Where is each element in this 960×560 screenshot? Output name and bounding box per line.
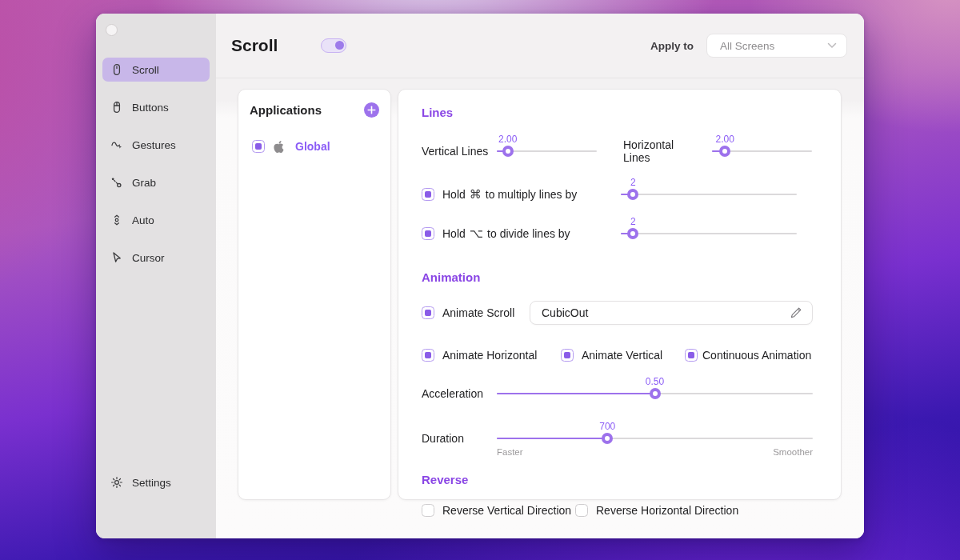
animate-horizontal-checkbox[interactable] xyxy=(422,349,434,362)
pencil-icon xyxy=(790,306,802,319)
sidebar-item-gestures[interactable]: Gestures xyxy=(102,133,210,157)
apply-to-select[interactable]: All Screens xyxy=(706,34,847,58)
continuous-animation-label: Continuous Animation xyxy=(702,349,811,362)
animate-vertical-option[interactable]: Animate Vertical xyxy=(561,349,685,362)
reverse-horizontal-checkbox[interactable] xyxy=(575,504,588,517)
cursor-arrow-icon xyxy=(110,251,123,264)
multiply-lines-slider[interactable]: 2 xyxy=(621,189,797,200)
reverse-horizontal-option[interactable]: Reverse Horizontal Direction xyxy=(575,504,738,517)
sidebar-item-label: Buttons xyxy=(132,102,169,114)
mouse-scroll-icon xyxy=(110,63,123,76)
slider-value: 2 xyxy=(630,216,636,227)
acceleration-label: Acceleration xyxy=(422,387,497,400)
slider-thumb[interactable] xyxy=(602,433,613,444)
apply-to-value: All Screens xyxy=(720,40,774,52)
lines-section-title: Lines xyxy=(422,106,813,119)
duration-label: Duration xyxy=(422,432,497,445)
slider-value: 0.50 xyxy=(646,376,664,387)
toggle-knob xyxy=(335,41,344,50)
applications-panel: Applications Global xyxy=(238,89,391,500)
sidebar-item-settings[interactable]: Settings xyxy=(102,470,210,494)
sidebar-item-buttons[interactable]: Buttons xyxy=(102,95,210,119)
plus-icon xyxy=(367,106,376,114)
application-list-item[interactable]: Global xyxy=(250,140,379,153)
reverse-vertical-label: Reverse Vertical Direction xyxy=(442,504,571,517)
animate-horizontal-label: Animate Horizontal xyxy=(442,349,537,362)
gear-icon xyxy=(110,476,123,489)
easing-function-field[interactable]: CubicOut xyxy=(530,301,813,325)
continuous-animation-option[interactable]: Continuous Animation xyxy=(685,349,811,362)
application-name: Global xyxy=(295,140,330,153)
sidebar-item-auto[interactable]: Auto xyxy=(102,208,210,232)
animate-horizontal-option[interactable]: Animate Horizontal xyxy=(422,349,561,362)
application-checkbox[interactable] xyxy=(252,140,265,153)
horizontal-lines-label: Horizontal Lines xyxy=(623,138,695,164)
acceleration-slider[interactable]: 0.50 xyxy=(497,388,813,399)
multiply-lines-checkbox[interactable] xyxy=(422,188,434,201)
main-area: Scroll Apply to All Screens Applications xyxy=(216,14,864,538)
sidebar: Scroll Buttons Gestures xyxy=(96,14,216,538)
animation-section-title: Animation xyxy=(422,270,813,284)
gesture-squiggle-icon xyxy=(110,138,123,151)
apple-logo-icon xyxy=(273,141,285,153)
reverse-vertical-option[interactable]: Reverse Vertical Direction xyxy=(422,504,575,517)
multiply-lines-label: Hold⌘to multiply lines by xyxy=(442,187,577,202)
reverse-vertical-checkbox[interactable] xyxy=(422,504,434,517)
slider-value: 700 xyxy=(599,421,615,432)
sidebar-item-label: Auto xyxy=(132,214,154,226)
animate-vertical-label: Animate Vertical xyxy=(582,349,662,362)
animate-scroll-checkbox[interactable] xyxy=(422,306,434,319)
chevron-down-icon xyxy=(827,42,837,49)
sidebar-item-label: Settings xyxy=(132,477,171,489)
sidebar-item-label: Cursor xyxy=(132,252,165,264)
slider-thumb[interactable] xyxy=(627,189,638,200)
scroll-settings-panel: Lines Vertical Lines 2.00 Horizontal Lin… xyxy=(398,89,842,500)
applications-title: Applications xyxy=(250,103,322,117)
duration-smoother-hint: Smoother xyxy=(773,447,813,457)
vertical-lines-label: Vertical Lines xyxy=(422,145,497,158)
scroll-enabled-toggle[interactable] xyxy=(321,38,346,53)
divide-lines-slider[interactable]: 2 xyxy=(621,228,797,239)
duration-faster-hint: Faster xyxy=(497,447,523,457)
page-header: Scroll Apply to All Screens xyxy=(216,14,864,78)
sidebar-item-grab[interactable]: Grab xyxy=(102,170,210,194)
reverse-section-title: Reverse xyxy=(422,473,813,486)
horizontal-lines-slider[interactable]: 2.00 xyxy=(712,146,812,157)
slider-thumb[interactable] xyxy=(719,146,730,157)
slider-value: 2.00 xyxy=(498,134,517,145)
slider-thumb[interactable] xyxy=(627,228,638,239)
easing-function-value: CubicOut xyxy=(542,306,588,319)
divide-lines-label: Hold⌥to divide lines by xyxy=(442,226,570,241)
vertical-lines-slider[interactable]: 2.00 xyxy=(497,146,597,157)
slider-value: 2 xyxy=(630,177,636,188)
mouse-buttons-icon xyxy=(110,101,123,114)
grab-drag-icon xyxy=(110,176,123,189)
sidebar-item-cursor[interactable]: Cursor xyxy=(102,246,210,270)
page-title: Scroll xyxy=(231,36,278,55)
sidebar-item-label: Gestures xyxy=(132,139,176,151)
command-key-glyph: ⌘ xyxy=(470,187,482,201)
sidebar-nav: Scroll Buttons Gestures xyxy=(96,58,216,270)
duration-slider[interactable]: 700 Faster Smoother xyxy=(497,433,813,444)
add-application-button[interactable] xyxy=(364,102,379,118)
apply-to-label: Apply to xyxy=(650,40,694,52)
sidebar-item-label: Grab xyxy=(132,177,156,189)
auto-scroll-icon xyxy=(110,214,123,226)
slider-value: 2.00 xyxy=(716,134,734,145)
sidebar-item-scroll[interactable]: Scroll xyxy=(102,58,210,82)
window-close-button[interactable] xyxy=(106,24,118,36)
divide-lines-checkbox[interactable] xyxy=(422,227,434,240)
option-key-glyph: ⌥ xyxy=(470,226,483,240)
slider-thumb[interactable] xyxy=(502,146,514,157)
reverse-horizontal-label: Reverse Horizontal Direction xyxy=(596,504,738,517)
animate-scroll-label: Animate Scroll xyxy=(442,306,518,319)
continuous-animation-checkbox[interactable] xyxy=(685,349,698,362)
app-window: Scroll Buttons Gestures xyxy=(96,14,864,538)
slider-thumb[interactable] xyxy=(650,388,661,399)
animate-vertical-checkbox[interactable] xyxy=(561,349,574,362)
sidebar-item-label: Scroll xyxy=(132,64,159,76)
